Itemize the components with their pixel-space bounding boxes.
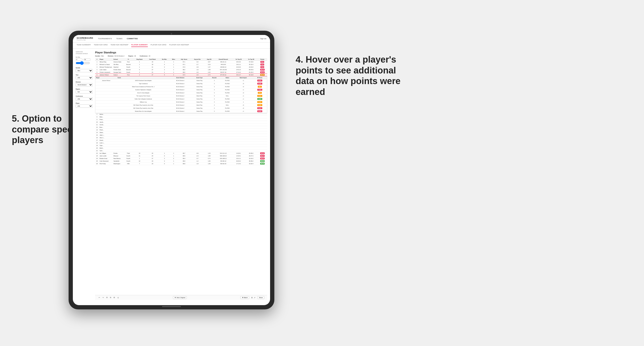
w-points[interactable]: 25.30	[257, 104, 262, 106]
list-item: Williams CupNCAA Division IStroke Play3P…	[95, 101, 267, 104]
points-badge[interactable]: 60.02	[260, 158, 265, 160]
popup-table-body: Jackson RolsonUNCW Seahawk Intercollegia…	[95, 79, 267, 113]
w-points[interactable]: 56.18	[257, 107, 262, 109]
table-row: 9 Prest...	[95, 118, 267, 121]
points-badge[interactable]: 60.58	[260, 152, 265, 154]
w-points[interactable]: 66.40	[257, 110, 262, 112]
settings-button[interactable]: ⚙	[106, 296, 108, 299]
range-from-input[interactable]	[76, 58, 82, 61]
bottom-toolbar: ↩ ↪ ⚙ ⧉ ⊞ ⏲ 👁 View: Original	[95, 295, 267, 300]
player-select[interactable]: (All)	[76, 104, 93, 108]
list-item: Fallen Oak Collegiate InvitationalNCAA D…	[95, 98, 267, 101]
download-icon[interactable]: ⬇	[251, 297, 253, 299]
gender-select[interactable]: Men	[76, 69, 93, 72]
nav-tournaments[interactable]: TOURNAMENTS	[98, 37, 112, 40]
points-badge[interactable]: 69.2	[260, 61, 264, 63]
points-badge[interactable]: 76.3	[260, 63, 264, 65]
toolbar-center: 👁 View: Original	[173, 296, 187, 299]
conference-select[interactable]: (All)	[76, 97, 93, 101]
annotation-hover-points: 4. Hover over a player's points to see a…	[296, 54, 409, 97]
division-filter-value: NCAA Division I	[114, 55, 124, 57]
division-select[interactable]: NCAA Division I	[76, 83, 93, 86]
undo-button[interactable]: ↩	[98, 296, 101, 299]
col-conf-rank: Conf Rank	[146, 58, 159, 61]
share-button[interactable]: Share	[257, 296, 264, 299]
w-points[interactable]: 37.5	[258, 92, 262, 94]
points-badge[interactable]: 70.2	[260, 66, 264, 68]
nav-committee[interactable]: COMMITTEE	[127, 37, 138, 40]
table-row: 23 Jack Lundin Missouri Fourth 11 24 0 1…	[95, 155, 267, 157]
w-points[interactable]: 53.60	[257, 83, 262, 85]
table-row: 14Slane...	[95, 131, 267, 134]
range-to-input[interactable]	[84, 58, 90, 61]
col-player: Player	[99, 58, 113, 61]
points-badge[interactable]: 68.34	[260, 69, 265, 71]
w-points[interactable]: 73.23	[257, 89, 262, 91]
redo-button[interactable]: ↪	[102, 296, 104, 299]
table-row: 5 Christo Lamprecht Georgia Tech Fourth …	[95, 71, 267, 74]
table-row: 15Jake L...	[95, 134, 267, 137]
sub-nav-player-h2h-heatmap[interactable]: PLAYER H2H HEATMAP	[169, 44, 189, 47]
w-points[interactable]: 46.7	[258, 86, 262, 88]
nav-right: Sign out	[260, 38, 266, 39]
tablet-screen: SCOREBOARD Powered by clipp TOURNAMENTS …	[73, 35, 270, 305]
table-row: 8 Mats...	[95, 116, 267, 118]
table-row: 3 Michael Thorbjornsen Stanford Fourth 1…	[95, 66, 267, 68]
points-badge[interactable]: 38.49	[260, 163, 265, 165]
region-filter-display: Region: All	[128, 55, 136, 57]
clock-button[interactable]: ⏲	[116, 297, 120, 299]
sign-out-link[interactable]: Sign out	[260, 38, 266, 39]
watch-button[interactable]: 👁 Watch	[240, 296, 249, 299]
share-icon[interactable]: ↗	[254, 297, 256, 299]
table-row: 13Pitchl...	[95, 129, 267, 131]
no-rds-label: No Rds.	[76, 56, 93, 58]
points-badge-hovered[interactable]: 58.18	[260, 74, 265, 76]
filter-year: Year (All)	[76, 74, 93, 79]
sub-nav: TEAM SUMMARY TEAM H2H GRID TEAM H2H HEAT…	[73, 42, 270, 49]
w-points[interactable]: 53.64	[257, 80, 262, 81]
col-vs-top50: Vs Top 50	[245, 58, 257, 61]
w-points[interactable]: 16.50	[257, 98, 262, 100]
filter-player: Player (All)	[76, 103, 93, 108]
logo-text: SCOREBOARD	[77, 37, 93, 39]
sub-nav-team-h2h-grid[interactable]: TEAM H2H GRID	[94, 44, 108, 47]
table-row: 18Luke L...	[95, 142, 267, 144]
table-row: 17David...	[95, 139, 267, 142]
table-row: 1 Wenyi Ding Arizona State First 1 15 1 …	[95, 61, 267, 63]
gender-filter-display: Gender: Men	[95, 55, 104, 57]
table-row: 4 Luke Claton Florida State Second 5 27 …	[95, 68, 267, 71]
copy-button[interactable]: ⧉	[109, 296, 112, 299]
sub-nav-player-h2h-grid[interactable]: PLAYER H2H GRID	[151, 44, 166, 47]
col-points[interactable]: Points	[258, 58, 267, 61]
filter-conference: Conference (All)	[76, 95, 93, 101]
nav-teams[interactable]: TEAMS	[116, 37, 122, 40]
watch-icon: 👁	[242, 297, 243, 298]
sub-nav-player-summary[interactable]: PLAYER SUMMARY	[131, 44, 148, 47]
table-container[interactable]: # Player School Yr Reg Rank Conf Rank No…	[95, 58, 267, 295]
points-badge[interactable]: 60.27	[260, 155, 265, 157]
w-points[interactable]: 30.47	[257, 101, 262, 103]
camera	[171, 33, 172, 34]
table-row: 12Bren...	[95, 126, 267, 129]
sub-nav-team-h2h-heatmap[interactable]: TEAM H2H HEATMAP	[110, 44, 128, 47]
range-slider[interactable]	[76, 61, 90, 65]
w-points[interactable]: 34.11	[257, 95, 262, 97]
list-item: SEC Match Play hosted by Jerry PateNCAA …	[95, 104, 267, 107]
points-badge[interactable]: 39.95	[260, 160, 265, 162]
nav-links: TOURNAMENTS TEAMS COMMITTEE	[98, 37, 260, 40]
table-row: 26 Petr Hruby Washington Fifth 7 23 0 1 …	[95, 163, 267, 165]
region-select[interactable]: N/A	[76, 90, 93, 94]
conference-filter-display: Conference: All	[140, 55, 150, 57]
sub-nav-team-summary[interactable]: TEAM SUMMARY	[77, 44, 91, 47]
list-item: Tiger InvitationalNCAA Division IStroke …	[95, 82, 267, 85]
tablet-home-bar	[162, 306, 181, 307]
table-row: 22 Ian Gilligan Florida Third 10 24 1 1 …	[95, 152, 267, 155]
points-badge[interactable]: 60.69	[260, 71, 265, 73]
year-select[interactable]: (All)	[76, 76, 93, 79]
layout-button[interactable]: ⊞	[113, 296, 116, 299]
col-avg-sg: Avg SG	[204, 58, 214, 61]
division-filter-display: Division: NCAA Division I	[108, 55, 125, 57]
conference-label: Conference	[76, 95, 93, 97]
filters-row: Gender: Men Division: NCAA Division I Re…	[95, 55, 267, 57]
view-original-button[interactable]: 👁 View: Original	[173, 296, 187, 299]
